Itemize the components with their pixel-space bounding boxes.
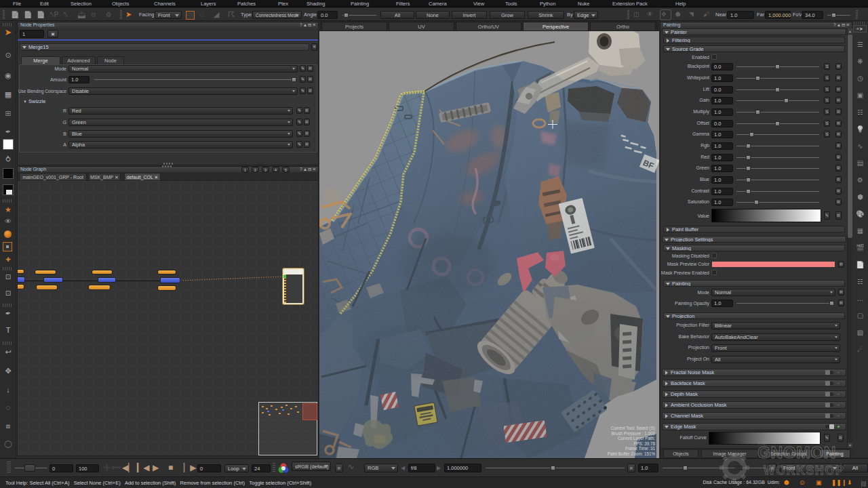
svg-text:Brush Pressure : 1.000: Brush Pressure : 1.000 — [612, 431, 656, 436]
svg-text:Frame Time: 31: Frame Time: 31 — [625, 446, 656, 451]
svg-text:GNOMON: GNOMON — [757, 443, 836, 462]
svg-text:FPS: 39.78: FPS: 39.78 — [633, 441, 655, 446]
svg-text:WORKSHOP: WORKSHOP — [764, 464, 844, 477]
svg-text:THE: THE — [757, 441, 767, 446]
svg-text:Paint Buffer Zoom: 151%: Paint Buffer Zoom: 151% — [608, 451, 656, 456]
